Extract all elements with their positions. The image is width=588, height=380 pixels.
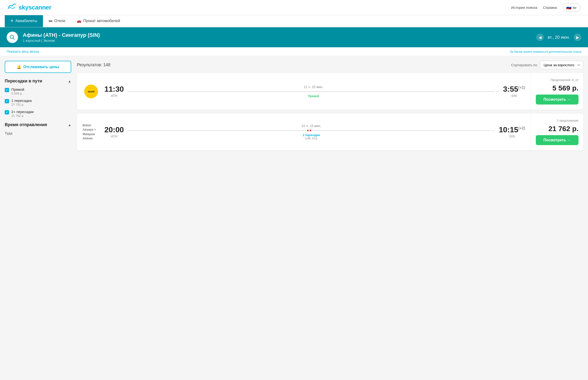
stops-filter-title[interactable]: Пересадки в пути ▲ [5, 79, 71, 84]
arrive-suffix-1: (+1) [518, 85, 525, 90]
depart-airport-1: ATH [104, 94, 124, 98]
stop-label-2: 2 пересадки [128, 133, 495, 137]
line-left-1 [128, 92, 495, 92]
sort-label: Сортировать по [511, 63, 537, 67]
search-route-info: Афины (ATH) - Сингапур (SIN) 1 взрослый … [23, 32, 100, 42]
flight-times-1: 11:30 ATH 11 ч. 25 мин. → Прямой 3:55( [104, 85, 525, 98]
stop-dot-1 [307, 130, 309, 131]
line-right-2 [312, 130, 490, 131]
duration-block-1: 11 ч. 25 мин. → Прямой [128, 85, 499, 98]
flight-main-2: British Airways + Malaysia Airlines 20:0… [77, 114, 531, 150]
flight-price-2: 1 предложение 21 762 р. Посмотреть → [531, 114, 583, 150]
lang-text: ru- [573, 6, 577, 9]
arrow-icon-1: → [496, 90, 499, 94]
view-btn-label-2: Посмотреть → [543, 138, 571, 142]
check-icon: ✓ [6, 88, 8, 92]
depart-block-1: 11:30 ATH [104, 85, 124, 98]
sort-select[interactable]: Цена за взрослого Длительность Время выл… [540, 61, 583, 69]
track-prices-button[interactable]: 🔔 Отслеживать цены [5, 61, 71, 73]
route-sub: 1 взрослый | Эконом [23, 39, 100, 42]
flight-line-2: → [128, 129, 495, 133]
logo-area: skyscanner [8, 3, 51, 12]
offers-label-2: 1 предложение [557, 119, 579, 122]
flight-card-2: British Airways + Malaysia Airlines 20:0… [77, 114, 583, 150]
1stop-price: 27 731 р. [11, 103, 32, 106]
filter-direct: ✓ Прямой 5 569 р. [5, 87, 71, 95]
arrive-block-2: 10:15(+2) SIN [499, 126, 525, 138]
stop-dot-2 [310, 130, 311, 131]
direct-checkbox[interactable]: ✓ [5, 88, 9, 92]
stops-title-text: Пересадки в пути [5, 79, 42, 84]
depart-time-1: 11:30 [104, 85, 124, 93]
departure-filter: Время отправления ▲ Туда [5, 122, 71, 135]
bell-icon: 🔔 [17, 65, 21, 69]
arrive-airport-2: SIN [499, 134, 525, 138]
chevron-up-icon: ▲ [68, 79, 71, 83]
arrive-time-2: 10:15(+2) [499, 126, 525, 133]
flights-icon: ✈ [10, 19, 14, 23]
arrive-suffix-2: (+2) [518, 126, 525, 130]
tab-flights[interactable]: ✈ Авиабилеты [5, 15, 43, 27]
1stop-text: 1 пересадка 27 731 р. [11, 98, 32, 106]
1stop-label: 1 пересадка [11, 98, 32, 103]
2stop-text: 2+ пересадки 21 762 р. [11, 110, 34, 117]
stop-label-1: Прямой [128, 95, 499, 98]
header-links: История поиска Справка 🇷🇺 ru- [511, 3, 580, 12]
search-date: вт., 20 июн. [548, 35, 570, 40]
price-1: 5 569 р. [552, 84, 579, 92]
sort-area: Сортировать по Цена за взрослого Длитель… [511, 61, 583, 69]
logo-text: skyscanner [18, 4, 51, 11]
2stop-checkbox[interactable]: ✓ [5, 110, 9, 114]
prev-date-button[interactable]: ◀ [536, 34, 544, 41]
depart-time-2: 20:00 [104, 126, 124, 133]
duration-block-2: 33 ч. 15 мин. → 2 пересадки LHR, KUL [128, 124, 495, 140]
chevron-up-icon-dep: ▲ [68, 123, 71, 127]
offers-label-1: Предложений: 8, от [551, 78, 579, 82]
departure-sub: Туда [5, 131, 71, 135]
baggage-note: За багаж может взиматься дополнительная … [510, 50, 581, 54]
language-button[interactable]: 🇷🇺 ru- [563, 3, 580, 12]
arrive-block-1: 3:55(+1) SIN [503, 85, 525, 98]
view-button-2[interactable]: Посмотреть → [536, 135, 579, 145]
arrive-time-1: 3:55(+1) [503, 85, 525, 93]
line-left-2 [128, 130, 306, 131]
departure-filter-title[interactable]: Время отправления ▲ [5, 122, 71, 127]
flight-main-1: scoot 11:30 ATH 11 ч. 25 мин. → Пря [77, 73, 531, 110]
search-history-link[interactable]: История поиска [511, 5, 537, 9]
view-btn-label-1: Посмотреть → [543, 97, 571, 102]
svg-line-1 [13, 38, 15, 40]
results-area: Результатов: 148 Сортировать по Цена за … [77, 61, 583, 154]
next-date-button[interactable]: ▶ [574, 34, 581, 41]
tab-cars[interactable]: 🚗 Прокат автомобилей [71, 15, 126, 27]
tab-hotels[interactable]: 🛏 Отели [43, 15, 71, 27]
search-circle[interactable] [7, 32, 18, 43]
help-link[interactable]: Справка [543, 5, 557, 9]
arrive-airport-1: SIN [503, 94, 525, 98]
search-bar: Афины (ATH) - Сингапур (SIN) 1 взрослый … [0, 27, 588, 47]
main-layout: 🔔 Отслеживать цены Пересадки в пути ▲ ✓ … [0, 56, 588, 159]
duration-2: 33 ч. 15 мин. [128, 124, 495, 128]
view-button-1[interactable]: Посмотреть → [536, 95, 579, 105]
flag-icon: 🇷🇺 [566, 5, 571, 10]
show-month-link[interactable]: Показать весь месяц [7, 50, 39, 54]
arrow-icon-2: → [491, 129, 495, 133]
tabs-bar: ✈ Авиабилеты 🛏 Отели 🚗 Прокат автомобиле… [0, 15, 588, 27]
check-icon: ✓ [6, 111, 8, 114]
direct-text: Прямой 5 569 р. [11, 87, 24, 95]
results-header: Результатов: 148 Сортировать по Цена за … [77, 61, 583, 69]
2stop-price: 21 762 р. [11, 114, 34, 117]
results-count: Результатов: 148 [77, 62, 110, 67]
duration-1: 11 ч. 25 мин. [128, 85, 499, 89]
1stop-checkbox[interactable]: ✓ [5, 99, 9, 103]
info-bar: Показать весь месяц За багаж может взима… [0, 47, 588, 56]
flight-price-1: Предложений: 8, от 5 569 р. Посмотреть → [531, 73, 583, 110]
filter-1stop: ✓ 1 пересадка 27 731 р. [5, 98, 71, 106]
direct-label: Прямой [11, 87, 24, 92]
cars-icon: 🚗 [77, 19, 81, 23]
filter-2plus-stops: ✓ 2+ пересадки 21 762 р. [5, 110, 71, 117]
stops-filter: Пересадки в пути ▲ ✓ Прямой 5 569 р. ✓ 1… [5, 79, 71, 117]
flight-line-1: → [128, 90, 499, 94]
flight-card-1: scoot 11:30 ATH 11 ч. 25 мин. → Пря [77, 73, 583, 110]
route-title: Афины (ATH) - Сингапур (SIN) [23, 32, 100, 38]
track-btn-label: Отслеживать цены [23, 65, 59, 69]
